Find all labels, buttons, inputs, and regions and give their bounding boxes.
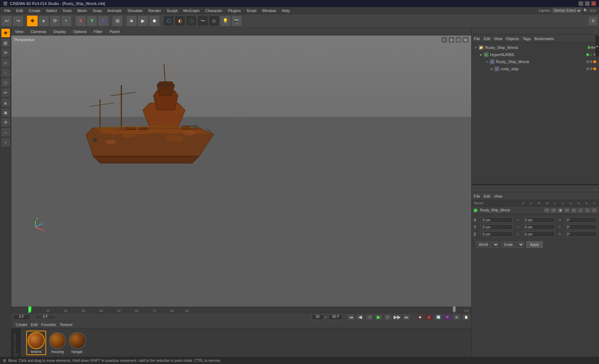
menu-plugins[interactable]: Plugins (225, 8, 244, 13)
material-hangar[interactable]: hangar. (69, 332, 86, 354)
select-tool-button[interactable]: ↖ (61, 16, 72, 26)
spline-button[interactable]: 〜 (197, 16, 208, 26)
sculpt-tool[interactable]: ◭ (1, 98, 10, 107)
motion-button[interactable]: ⊞ (453, 314, 461, 320)
redo-button[interactable]: ↪ (13, 16, 23, 26)
menu-snap[interactable]: Snap (90, 8, 105, 13)
coord-y-pos-field[interactable]: 0 cm (481, 224, 513, 230)
menu-mesh[interactable]: Mesh (75, 8, 90, 13)
coord-p-field[interactable]: 0° (565, 224, 597, 230)
obj-menu-bookmarks[interactable]: Bookmarks (534, 37, 554, 41)
attr-menu-edit[interactable]: Edit (484, 194, 490, 198)
mat-menu-create[interactable]: Create (16, 322, 27, 327)
y-axis-button[interactable]: Y (87, 16, 97, 26)
attr-menu-file[interactable]: File (474, 194, 480, 198)
obj-rusty-ship-wreck-child[interactable]: ▼ O Rusty_Ship_Wreck (473, 58, 598, 65)
mat-menu-edit[interactable]: Edit (31, 322, 38, 327)
obj-menu-tags[interactable]: Tags (523, 37, 531, 41)
fps-input[interactable]: 30 (312, 314, 324, 320)
menu-edit[interactable]: Edit (13, 8, 26, 13)
expand-arrow-nurbs[interactable]: ▶ (480, 53, 482, 56)
viewport-menu-display[interactable]: Display (52, 29, 67, 34)
current-frame-display[interactable]: 0 F (13, 314, 31, 320)
ind-btn-3[interactable]: ◉ (557, 208, 563, 213)
snap-tool[interactable]: ✛ (1, 118, 10, 127)
ind-btn-x[interactable]: ✕ (591, 208, 597, 213)
light-button[interactable]: 💡 (220, 16, 231, 26)
attr-menu-view[interactable]: View (494, 194, 502, 198)
obj-dot-green-root[interactable] (588, 46, 590, 49)
menu-tools[interactable]: Tools (60, 8, 75, 13)
ind-btn-1[interactable]: □ (544, 208, 550, 213)
menu-file[interactable]: File (1, 8, 13, 13)
minimize-button[interactable]: ─ (578, 1, 583, 6)
x-axis-button[interactable]: X (75, 16, 86, 26)
viewport-menu-panel[interactable]: Panel (108, 29, 121, 34)
circle-select-tool[interactable]: ○ (1, 68, 10, 77)
poly-select-tool[interactable]: ⬠ (1, 78, 10, 87)
ind-btn-2[interactable]: □ (551, 208, 556, 213)
undo-button[interactable]: ↩ (1, 16, 12, 26)
anim-record-button[interactable]: 📽 (126, 16, 137, 26)
coord-z-rot-field[interactable]: 0 cm (523, 231, 555, 237)
viewport-menu-cameras[interactable]: Cameras (29, 29, 48, 34)
expand-arrow-root[interactable]: ▼ (474, 46, 477, 49)
viewport-corner-btn4[interactable]: ⊠ (463, 37, 468, 43)
go-start-button[interactable]: ⏮ (347, 314, 355, 320)
obj-rusty-ship-wreck-root[interactable]: ▼ 📁 Rusty_Ship_Wreck (473, 44, 598, 51)
obj-dot-ship3[interactable] (593, 67, 596, 70)
coord-system-select[interactable]: Scale (501, 241, 524, 248)
paint-tool[interactable]: ✏ (1, 88, 10, 97)
object-mode-button[interactable]: ⊞ (112, 16, 123, 26)
viewport-menu-filter[interactable]: Filter (92, 29, 104, 34)
material-housing[interactable]: housing (49, 332, 66, 354)
menu-animate[interactable]: Animate (105, 8, 125, 13)
apply-button[interactable]: Apply (526, 241, 543, 248)
scale-tool-button[interactable]: + (38, 16, 49, 26)
viewport[interactable]: Z Y X Perspective + ⊕ ⊡ ⊠ (11, 35, 471, 307)
coord-h-field[interactable]: 0° (565, 217, 597, 223)
menu-script[interactable]: Script (244, 8, 259, 13)
step-back-button[interactable]: ◁ (366, 314, 373, 320)
menu-help[interactable]: Help (279, 8, 293, 13)
align-tool[interactable]: ↔ (1, 128, 10, 137)
viewport-menu-view[interactable]: View (13, 29, 25, 34)
expand-arrow-wreck[interactable]: ▼ (485, 60, 488, 64)
rotate-left-tool[interactable]: ⟳ (1, 48, 10, 57)
obj-dot-wreck1[interactable] (586, 60, 589, 63)
obj-dot-wreck3[interactable] (593, 60, 596, 63)
coord-b-field[interactable]: 0° (565, 231, 597, 237)
obj-menu-objects[interactable]: Objects (506, 37, 519, 41)
material-beams[interactable]: beams (26, 331, 46, 355)
z-axis-button[interactable]: Z (98, 16, 109, 26)
ind-btn-4[interactable]: □ (564, 208, 570, 213)
maximize-button[interactable]: □ (585, 1, 590, 6)
coord-x-pos-field[interactable]: 0 cm (481, 217, 513, 223)
menu-mograph[interactable]: MoGraph (180, 8, 202, 13)
obj-dot-nurbs1[interactable] (586, 53, 589, 56)
coord-x-rot-field[interactable]: 0 cm (523, 217, 555, 223)
right-edge-collapse[interactable]: ▶ (595, 35, 599, 57)
texture-tool[interactable]: ▦ (1, 108, 10, 117)
total-frames-input[interactable]: 90 F (329, 314, 343, 320)
play-reverse-button[interactable]: ◀ (356, 314, 364, 320)
obj-menu-edit[interactable]: Edit (484, 37, 490, 41)
obj-rusty-ship[interactable]: ▶ O rusty_ship (473, 65, 598, 72)
obj-dot-ship2[interactable] (590, 67, 593, 70)
loop-button[interactable]: 🔄 (434, 314, 442, 320)
ind-btn-5[interactable]: □ (571, 208, 577, 213)
render-view-button[interactable]: ⬡ (163, 16, 174, 26)
obj-menu-view[interactable]: View (494, 37, 502, 41)
mat-menu-texture[interactable]: Texture (60, 322, 72, 327)
render-active-button[interactable]: ⊙ (588, 16, 598, 26)
layout-search[interactable]: 🔍 (583, 9, 588, 12)
viewport-corner-btn1[interactable]: + (441, 37, 447, 43)
timeline-btn[interactable]: 📋 (462, 314, 470, 320)
ind-btn-6[interactable]: ↑ (578, 208, 583, 213)
nurbs-button[interactable]: ◌ (186, 16, 197, 26)
coord-z-pos-field[interactable]: 0 cm (481, 231, 513, 237)
measure-tool[interactable]: ↕ (1, 138, 10, 147)
camera-button[interactable]: 📷 (231, 16, 242, 26)
expand-arrow-ship[interactable]: ▶ (491, 67, 493, 71)
coord-y-rot-field[interactable]: 0 cm (523, 224, 555, 230)
